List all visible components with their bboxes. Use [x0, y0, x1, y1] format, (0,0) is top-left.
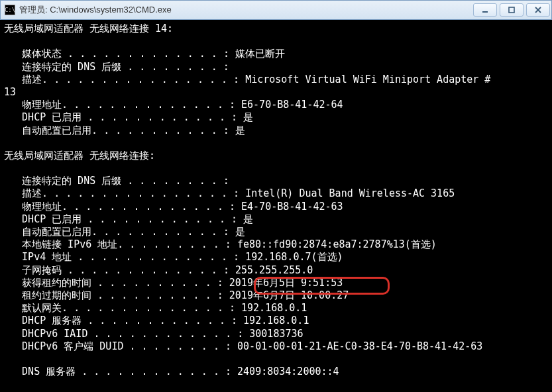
terminal-line: 默认网关. . . . . . . . . . . . . . : 192.16…: [4, 302, 548, 315]
terminal-line: 连接特定的 DNS 后缀 . . . . . . . . :: [4, 175, 548, 187]
terminal-line: [4, 35, 548, 48]
terminal-line: 获得租约的时间 . . . . . . . . . . : 2019年6月5日 …: [4, 277, 548, 289]
svg-rect-1: [509, 7, 514, 13]
terminal-line: 自动配置已启用. . . . . . . . . . . : 是: [4, 124, 548, 137]
terminal-line: 媒体状态 . . . . . . . . . . . . . : 媒体已断开: [4, 48, 548, 60]
maximize-button[interactable]: [500, 3, 524, 17]
cmd-icon: C:\: [5, 5, 15, 15]
titlebar: C:\ 管理员: C:\windows\system32\CMD.exe: [0, 0, 552, 20]
terminal-line: 描述. . . . . . . . . . . . . . . . : Inte…: [4, 187, 548, 200]
terminal-line: DHCPv6 客户端 DUID . . . . . . . . : 00-01-…: [4, 340, 548, 353]
terminal-line: [4, 162, 548, 175]
terminal-line: 子网掩码 . . . . . . . . . . . . . : 255.255…: [4, 264, 548, 277]
terminal-line: DHCP 已启用 . . . . . . . . . . . . : 是: [4, 111, 548, 124]
terminal-output: 无线局域网适配器 无线网络连接 14: 媒体状态 . . . . . . . .…: [0, 20, 552, 392]
window-controls: [472, 3, 551, 17]
terminal-line: 自动配置已启用. . . . . . . . . . . : 是: [4, 226, 548, 238]
terminal-line: 本地链接 IPv6 地址. . . . . . . . . : fe80::fd…: [4, 238, 548, 251]
close-button[interactable]: [526, 3, 550, 17]
terminal-line: 无线局域网适配器 无线网络连接 14:: [4, 23, 548, 35]
terminal-line: DNS 服务器 . . . . . . . . . . . . : 2409:8…: [4, 366, 548, 378]
terminal-line: DHCP 已启用 . . . . . . . . . . . . : 是: [4, 213, 548, 226]
terminal-line: [4, 353, 548, 366]
terminal-line: [4, 137, 548, 150]
minimize-button[interactable]: [473, 3, 497, 17]
terminal-line: 无线局域网适配器 无线网络连接:: [4, 150, 548, 162]
terminal-line: 物理地址. . . . . . . . . . . . . . : E6-70-…: [4, 99, 548, 111]
terminal-line: 物理地址. . . . . . . . . . . . . . : E4-70-…: [4, 201, 548, 213]
terminal-line: 描述. . . . . . . . . . . . . . . . : Micr…: [4, 74, 548, 86]
window-title: 管理员: C:\windows\system32\CMD.exe: [19, 4, 472, 16]
terminal-line: 连接特定的 DNS 后缀 . . . . . . . . :: [4, 61, 548, 74]
terminal-line: DHCPv6 IAID . . . . . . . . . . . . : 30…: [4, 328, 548, 340]
terminal-line: DHCP 服务器 . . . . . . . . . . . . : 192.1…: [4, 315, 548, 327]
terminal-line: IPv4 地址 . . . . . . . . . . . . . : 192.…: [4, 251, 548, 264]
terminal-line: 13: [4, 86, 548, 99]
terminal-line: 租约过期的时间 . . . . . . . . . . : 2019年6月7日 …: [4, 289, 548, 302]
